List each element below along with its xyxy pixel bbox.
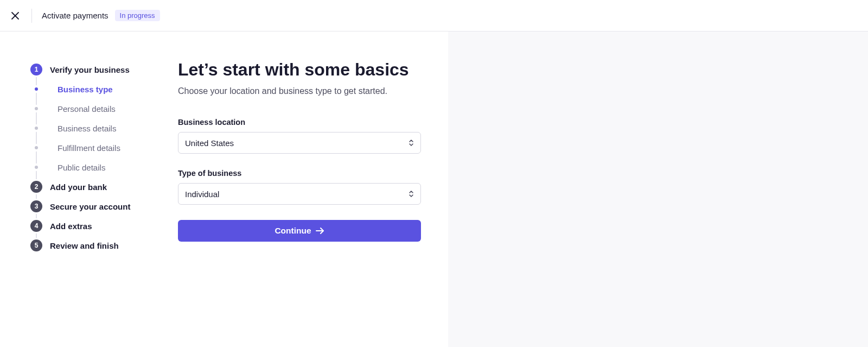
form-heading: Let’s start with some basics	[178, 60, 421, 80]
substep-label: Business type	[58, 85, 113, 94]
chevron-up-down-icon	[409, 139, 414, 147]
chevron-up-down-icon	[409, 190, 414, 198]
substep-public-details[interactable]: Public details	[22, 157, 163, 177]
status-badge: In progress	[115, 10, 160, 21]
step-number: 4	[30, 220, 42, 232]
step-add-extras[interactable]: 4 Add extras	[22, 216, 163, 236]
step-number: 2	[30, 181, 42, 193]
substep-label: Fulfillment details	[58, 143, 120, 153]
close-button[interactable]	[8, 8, 23, 23]
header-divider	[31, 9, 32, 23]
substep-dot-icon	[35, 107, 38, 110]
business-type-label: Type of business	[178, 169, 421, 178]
page-title: Activate payments	[42, 11, 108, 20]
step-verify-business[interactable]: 1 Verify your business	[22, 60, 163, 79]
step-label: Review and finish	[50, 241, 119, 250]
arrow-right-icon	[316, 227, 324, 235]
step-review-finish[interactable]: 5 Review and finish	[22, 236, 163, 255]
substep-label: Business details	[58, 124, 116, 133]
step-label: Verify your business	[50, 65, 130, 74]
select-value: United States	[185, 138, 234, 148]
continue-label: Continue	[275, 226, 311, 236]
step-nav: 1 Verify your business Business type Per…	[0, 31, 163, 347]
close-icon	[11, 12, 19, 20]
location-label: Business location	[178, 118, 421, 127]
substep-business-details[interactable]: Business details	[22, 118, 163, 138]
step-secure-account[interactable]: 3 Secure your account	[22, 197, 163, 216]
substep-business-type[interactable]: Business type	[22, 79, 163, 99]
substep-label: Personal details	[58, 104, 116, 113]
substep-label: Public details	[58, 163, 105, 172]
step-add-bank[interactable]: 2 Add your bank	[22, 177, 163, 197]
substep-personal-details[interactable]: Personal details	[22, 99, 163, 118]
substep-fulfillment-details[interactable]: Fulfillment details	[22, 138, 163, 157]
substep-dot-icon	[35, 166, 38, 169]
header: Activate payments In progress	[0, 0, 868, 31]
step-number: 1	[30, 64, 42, 75]
step-number: 5	[30, 239, 42, 251]
form-subheading: Choose your location and business type t…	[178, 86, 421, 96]
substep-dot-icon	[35, 87, 38, 91]
continue-button[interactable]: Continue	[178, 220, 421, 242]
step-label: Add your bank	[50, 182, 107, 192]
step-number: 3	[30, 200, 42, 212]
substep-dot-icon	[35, 146, 38, 149]
form-panel: Let’s start with some basics Choose your…	[163, 31, 448, 347]
select-value: Individual	[185, 190, 219, 199]
substep-dot-icon	[35, 127, 38, 130]
business-location-select[interactable]: United States	[178, 132, 421, 154]
step-label: Secure your account	[50, 202, 130, 211]
business-type-select[interactable]: Individual	[178, 183, 421, 205]
step-label: Add extras	[50, 222, 92, 231]
preview-pane	[448, 31, 868, 347]
